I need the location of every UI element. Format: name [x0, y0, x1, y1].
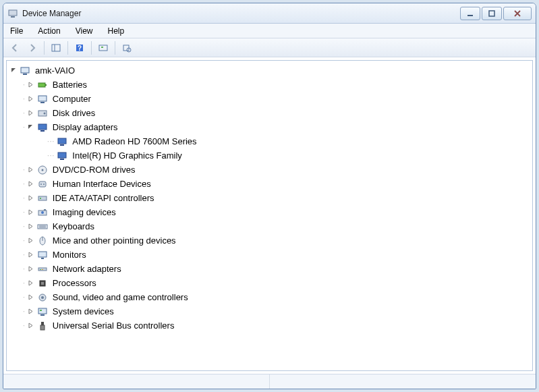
- tree-guide: ·: [23, 123, 26, 131]
- tree-category[interactable]: ·Sound, video and game controllers: [8, 290, 531, 304]
- svg-point-27: [41, 169, 43, 171]
- tree-guide: ·: [23, 251, 26, 258]
- tree-category-label: Disk drives: [51, 107, 97, 119]
- collapse-icon[interactable]: [9, 67, 18, 75]
- tree-root[interactable]: amk-VAIO: [8, 63, 531, 78]
- svg-rect-15: [45, 84, 47, 86]
- tree-category-label: Imaging devices: [51, 206, 117, 218]
- svg-rect-36: [38, 225, 47, 229]
- tree-category-label: Network adapters: [51, 263, 123, 275]
- expand-icon[interactable]: [27, 180, 35, 188]
- usb-icon: [36, 320, 49, 331]
- expand-icon[interactable]: [27, 81, 35, 89]
- tree-device[interactable]: ···Intel(R) HD Graphics Family: [8, 148, 531, 163]
- menubar: File Action View Help: [3, 24, 536, 38]
- tree-category[interactable]: ·Mice and other pointing devices: [8, 233, 531, 248]
- properties-button[interactable]: [119, 40, 134, 55]
- collapse-icon[interactable]: [27, 123, 35, 132]
- tree-guide: ·: [23, 308, 26, 315]
- svg-rect-1: [11, 16, 15, 18]
- back-button[interactable]: [7, 40, 22, 55]
- expand-icon[interactable]: [27, 109, 35, 117]
- svg-rect-0: [9, 10, 17, 16]
- svg-point-30: [43, 184, 45, 185]
- window-controls: [460, 7, 532, 20]
- tree-category-label: Sound, video and game controllers: [51, 291, 190, 303]
- tree-category[interactable]: ·Universal Serial Bus controllers: [8, 318, 531, 333]
- tree-category[interactable]: ·Processors: [8, 276, 531, 290]
- keyboard-icon: [36, 221, 49, 232]
- tree-guide: ···: [47, 152, 55, 159]
- network-icon: [36, 264, 49, 275]
- forward-button[interactable]: [25, 40, 40, 55]
- svg-rect-9: [101, 47, 103, 48]
- tree-category-label: DVD/CD-ROM drives: [51, 164, 137, 175]
- disk-icon: [36, 108, 49, 119]
- svg-point-34: [41, 211, 44, 214]
- expand-icon[interactable]: [27, 194, 35, 202]
- svg-rect-28: [39, 181, 46, 187]
- battery-icon: [36, 80, 49, 90]
- tree-guide: ·: [23, 279, 26, 287]
- tree-category-label: System devices: [51, 306, 115, 317]
- svg-rect-21: [40, 130, 45, 132]
- menu-view[interactable]: View: [73, 25, 96, 37]
- svg-point-19: [43, 112, 45, 114]
- tree-category[interactable]: ·IDE ATA/ATAPI controllers: [8, 191, 531, 205]
- close-button[interactable]: [503, 7, 532, 20]
- expand-icon[interactable]: [27, 265, 35, 273]
- tree-guide: ·: [23, 95, 26, 103]
- tree-category[interactable]: ·Disk drives: [8, 106, 531, 120]
- window-title: Device Manager: [22, 9, 456, 18]
- show-hide-tree-button[interactable]: [49, 40, 63, 55]
- titlebar[interactable]: Device Manager: [3, 3, 536, 24]
- tree-guide: ·: [23, 194, 26, 202]
- menu-action[interactable]: Action: [35, 25, 63, 37]
- tree-category[interactable]: ·DVD/CD-ROM drives: [8, 163, 531, 177]
- expand-icon[interactable]: [27, 223, 35, 231]
- menu-help[interactable]: Help: [105, 25, 127, 37]
- tree-category[interactable]: ·Human Interface Devices: [8, 177, 531, 191]
- tree-category[interactable]: ·Monitors: [8, 248, 531, 262]
- svg-rect-13: [23, 74, 27, 75]
- svg-point-29: [40, 184, 42, 185]
- maximize-button[interactable]: [482, 7, 502, 20]
- tree-category[interactable]: ·Keyboards: [8, 219, 531, 233]
- tree-category-label: Keyboards: [51, 221, 96, 232]
- tree-category[interactable]: ·Network adapters: [8, 262, 531, 276]
- svg-rect-20: [38, 124, 47, 130]
- optical-icon: [36, 165, 49, 175]
- expand-icon[interactable]: [27, 237, 35, 245]
- scan-hardware-button[interactable]: [96, 40, 111, 55]
- tree-category-label: Universal Serial Bus controllers: [51, 320, 176, 331]
- tree-category[interactable]: ·Batteries: [8, 78, 531, 92]
- expand-icon[interactable]: [27, 251, 35, 259]
- expand-icon[interactable]: [27, 279, 35, 287]
- tree-guide: ·: [23, 180, 26, 188]
- ide-icon: [36, 193, 49, 204]
- svg-rect-54: [40, 325, 45, 330]
- svg-rect-51: [40, 310, 42, 311]
- expand-icon[interactable]: [27, 308, 35, 316]
- menu-file[interactable]: File: [7, 25, 26, 37]
- expand-icon[interactable]: [27, 322, 35, 330]
- device-tree[interactable]: amk-VAIO·Batteries·Computer·Disk drives·…: [6, 60, 533, 371]
- svg-rect-41: [38, 252, 47, 257]
- tree-category[interactable]: ·Computer: [8, 92, 531, 106]
- expand-icon[interactable]: [27, 208, 35, 217]
- help-button[interactable]: ?: [72, 40, 87, 55]
- expand-icon[interactable]: [27, 166, 35, 174]
- tree-device-label: AMD Radeon HD 7600M Series: [71, 136, 198, 147]
- expand-icon[interactable]: [27, 293, 35, 302]
- svg-rect-47: [41, 282, 44, 285]
- tree-category[interactable]: ·System devices: [8, 304, 531, 318]
- minimize-button[interactable]: [460, 7, 480, 20]
- tree-device[interactable]: ···AMD Radeon HD 7600M Series: [8, 134, 531, 148]
- tree-category[interactable]: ·Imaging devices: [8, 205, 531, 219]
- display-icon: [56, 136, 68, 147]
- display-icon: [56, 150, 68, 161]
- svg-rect-31: [38, 196, 47, 200]
- tree-category-label: IDE ATA/ATAPI controllers: [51, 192, 156, 204]
- tree-category[interactable]: ·Display adapters: [8, 120, 531, 134]
- expand-icon[interactable]: [27, 95, 35, 103]
